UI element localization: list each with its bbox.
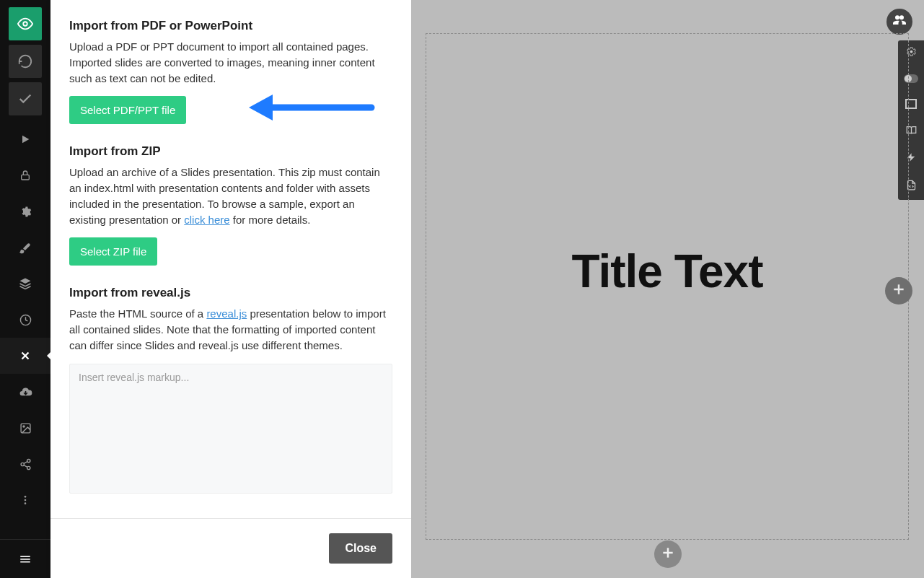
close-icon [19, 349, 32, 362]
eye-icon [17, 16, 33, 32]
section-import-pdf: Import from PDF or PowerPoint Upload a P… [69, 19, 392, 124]
svg-point-9 [27, 459, 30, 462]
sidebar-item-settings[interactable] [0, 193, 50, 229]
sidebar-item-import[interactable] [0, 338, 50, 374]
sidebar-item-arrange[interactable] [0, 266, 50, 302]
sidebar-item-export[interactable] [0, 374, 50, 410]
undo-button[interactable] [9, 45, 42, 78]
import-reveal-desc-prefix: Paste the HTML source of a [69, 307, 206, 320]
sidebar-footer-menu[interactable] [0, 539, 50, 578]
svg-rect-2 [22, 175, 30, 180]
svg-point-10 [21, 463, 24, 465]
lock-icon [19, 170, 31, 181]
svg-point-14 [25, 496, 27, 498]
slide-title-placeholder[interactable]: Title Text [426, 245, 908, 298]
import-pdf-heading: Import from PDF or PowerPoint [69, 19, 392, 33]
import-zip-heading: Import from ZIP [69, 144, 392, 159]
people-icon [893, 14, 906, 30]
zip-click-here-link[interactable]: click here [184, 214, 229, 226]
svg-point-16 [25, 502, 27, 504]
cloud-download-icon [19, 385, 32, 399]
editor-stage: Title Text [411, 0, 924, 578]
select-pdf-button[interactable]: Select PDF/PPT file [69, 96, 186, 124]
slide-canvas[interactable]: Title Text [426, 33, 909, 540]
section-import-reveal: Import from reveal.js Paste the HTML sou… [69, 286, 392, 496]
svg-marker-1 [22, 136, 29, 144]
import-panel-footer: Close [50, 518, 411, 578]
import-reveal-heading: Import from reveal.js [69, 286, 392, 300]
svg-line-12 [24, 461, 27, 463]
layers-icon [19, 277, 32, 290]
close-button[interactable]: Close [329, 533, 392, 564]
svg-point-8 [22, 425, 24, 426]
import-reveal-description: Paste the HTML source of a reveal.js pre… [69, 306, 392, 353]
revealjs-link[interactable]: reveal.js [206, 307, 247, 320]
left-sidebar [0, 0, 50, 578]
sidebar-item-history[interactable] [0, 302, 50, 338]
sidebar-item-share[interactable] [0, 446, 50, 482]
import-zip-desc-suffix: for more details. [230, 214, 311, 226]
save-button[interactable] [9, 82, 42, 115]
menu-icon [19, 553, 32, 566]
section-import-zip: Import from ZIP Upload an archive of a S… [69, 144, 392, 266]
import-panel-body: Import from PDF or PowerPoint Upload a P… [50, 0, 411, 518]
add-slide-below-button[interactable] [654, 540, 682, 568]
check-icon [17, 91, 33, 107]
import-pdf-description: Upload a PDF or PPT document to import a… [69, 39, 392, 86]
image-icon [19, 422, 32, 434]
svg-point-15 [25, 499, 27, 502]
play-icon [19, 133, 31, 145]
svg-point-0 [23, 22, 27, 26]
sidebar-item-more[interactable] [0, 482, 50, 518]
share-icon [19, 458, 32, 470]
brush-icon [19, 242, 32, 254]
sidebar-top-group [9, 0, 42, 115]
import-zip-description: Upload an archive of a Slides presentati… [69, 165, 392, 227]
import-panel: Import from PDF or PowerPoint Upload a P… [50, 0, 411, 578]
collaborators-button[interactable] [886, 9, 912, 35]
reveal-markup-textarea[interactable] [69, 364, 392, 494]
svg-marker-3 [20, 279, 31, 284]
clock-icon [19, 314, 32, 326]
svg-line-13 [24, 465, 27, 467]
add-slide-right-button[interactable] [885, 277, 912, 305]
more-vertical-icon [19, 494, 31, 506]
sidebar-item-play[interactable] [0, 121, 50, 157]
sidebar-item-media[interactable] [0, 410, 50, 446]
select-zip-button[interactable]: Select ZIP file [69, 237, 157, 266]
sidebar-tools [0, 115, 50, 518]
svg-point-11 [27, 466, 30, 469]
undo-icon [17, 53, 33, 69]
preview-button[interactable] [9, 7, 42, 40]
sidebar-item-lock[interactable] [0, 157, 50, 193]
plus-icon [661, 546, 675, 563]
gear-icon [19, 206, 32, 218]
plus-icon [892, 282, 906, 299]
sidebar-item-style[interactable] [0, 229, 50, 266]
svg-point-22 [910, 51, 912, 53]
